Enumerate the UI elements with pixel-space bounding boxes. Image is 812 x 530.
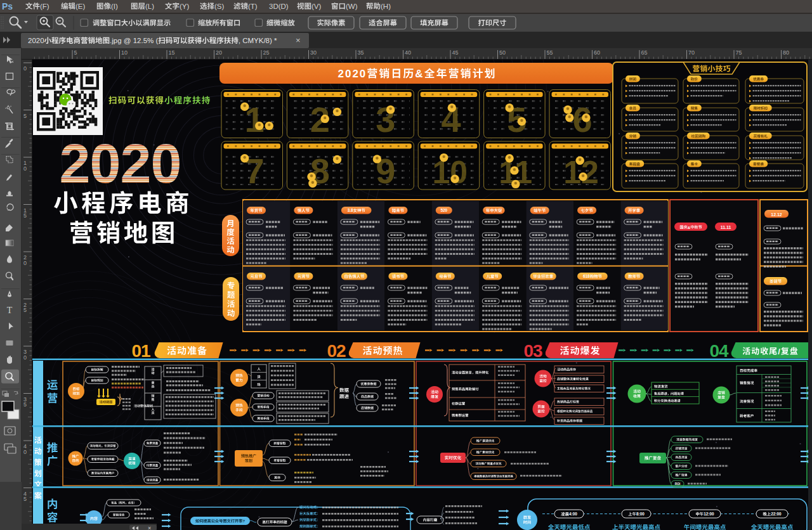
svg-text:04: 04: [709, 341, 729, 361]
svg-text:3.8: 3.8: [348, 208, 353, 212]
svg-text:&: &: [415, 68, 424, 80]
svg-text:5: 5: [23, 307, 27, 313]
svg-text:(E): (E): [75, 3, 86, 10]
svg-text:12:00: 12:00: [704, 512, 714, 516]
svg-text:5: 5: [23, 212, 27, 219]
svg-text:(S): (S): [214, 3, 225, 10]
svg-text:, CMYK/8) *: , CMYK/8) *: [239, 37, 277, 44]
svg-text:(W): (W): [346, 3, 358, 10]
svg-text:(F): (F): [40, 3, 49, 10]
svg-text:(Y): (Y): [180, 3, 190, 10]
svg-text:50: 50: [499, 49, 506, 56]
svg-text:.jpg @ 12.5% (: .jpg @ 12.5% (: [110, 37, 158, 44]
svg-text:3D(D): 3D(D): [269, 3, 289, 10]
svg-text:2020: 2020: [60, 132, 181, 195]
svg-text:520: 520: [441, 208, 448, 212]
svg-text:0: 0: [23, 165, 27, 172]
svg-text:60: 60: [594, 49, 600, 56]
svg-text:5: 5: [74, 49, 77, 56]
svg-text:2020: 2020: [28, 37, 44, 44]
svg-text:4:00: 4:00: [569, 512, 577, 516]
svg-text:10: 10: [121, 49, 128, 56]
svg-text:5: 5: [23, 113, 27, 119]
svg-text:25: 25: [263, 49, 270, 56]
svg-text:55: 55: [547, 49, 553, 56]
svg-text:70: 70: [688, 49, 695, 56]
svg-text:0: 0: [23, 354, 27, 361]
svg-text:(V): (V): [311, 3, 322, 10]
svg-text:?: ?: [242, 519, 245, 523]
svg-text:0: 0: [23, 65, 27, 72]
svg-text:(T): (T): [248, 3, 258, 10]
svg-text:5: 5: [23, 496, 27, 502]
svg-text:45: 45: [452, 49, 459, 56]
svg-text:0: 0: [23, 260, 27, 266]
svg-text:03: 03: [523, 341, 542, 361]
svg-text:10: 10: [432, 155, 468, 190]
svg-text:3: 3: [376, 100, 395, 139]
svg-text:11.11: 11.11: [721, 225, 731, 229]
svg-text:/: /: [778, 347, 781, 356]
svg-text:80: 80: [783, 49, 789, 56]
svg-text:(L): (L): [145, 3, 154, 10]
svg-text:(I): (I): [111, 3, 118, 10]
svg-text:5: 5: [23, 401, 27, 408]
svg-text:01: 01: [131, 341, 150, 361]
svg-text:20: 20: [216, 49, 222, 56]
svg-text:T: T: [7, 306, 13, 315]
svg-text:×: ×: [296, 36, 301, 45]
svg-text:35: 35: [358, 49, 364, 56]
svg-text:40: 40: [405, 49, 411, 56]
svg-text:×: ×: [148, 525, 151, 530]
svg-text:0: 0: [23, 449, 27, 455]
svg-text:8:00: 8:00: [636, 512, 645, 516]
svg-text:ROI: ROI: [675, 482, 681, 486]
svg-text:02: 02: [327, 341, 346, 361]
svg-text:(H): (H): [381, 3, 391, 10]
svg-text:15: 15: [169, 49, 175, 56]
svg-text:2020: 2020: [338, 68, 367, 80]
svg-text:12.12: 12.12: [771, 212, 782, 217]
svg-text:&: &: [688, 225, 691, 229]
svg-text:30: 30: [310, 49, 317, 56]
svg-text:Ps: Ps: [2, 1, 13, 11]
svg-text:65: 65: [641, 49, 648, 56]
svg-text:618: 618: [583, 274, 590, 278]
svg-text:75: 75: [736, 49, 742, 56]
svg-text:22:00: 22:00: [771, 512, 782, 516]
